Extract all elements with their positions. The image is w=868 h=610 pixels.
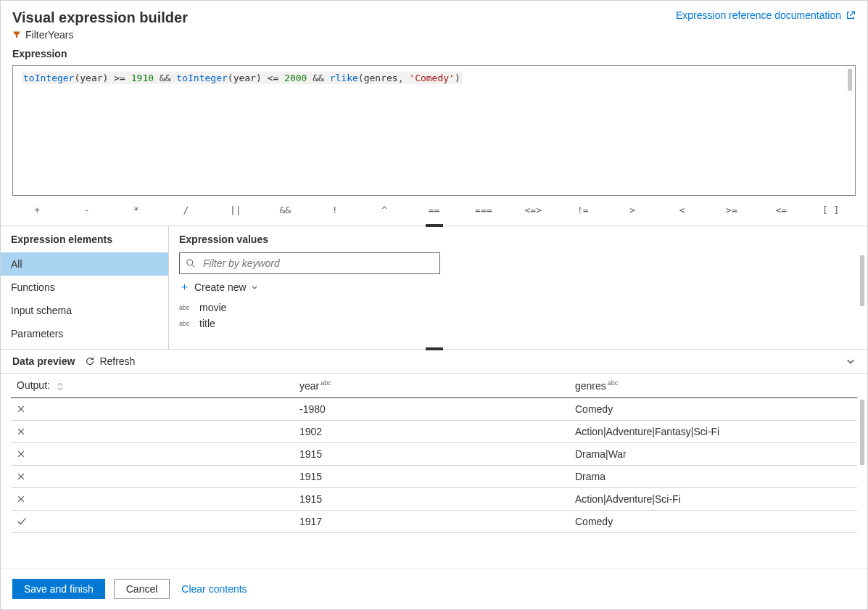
refresh-button[interactable]: Refresh bbox=[85, 355, 135, 367]
code-token: ) >= bbox=[103, 73, 131, 83]
cell-year: 1915 bbox=[294, 442, 569, 465]
value-item[interactable]: abcmovie bbox=[179, 300, 857, 316]
cell-genres: Drama|War bbox=[569, 442, 857, 465]
search-icon bbox=[186, 258, 196, 268]
output-header[interactable]: Output: bbox=[11, 374, 294, 397]
table-scrollbar[interactable] bbox=[860, 400, 864, 465]
value-item-label: title bbox=[199, 318, 215, 329]
code-token: year bbox=[233, 73, 256, 83]
close-icon bbox=[11, 442, 294, 465]
operator-button[interactable]: != bbox=[558, 202, 607, 218]
create-new-button[interactable]: ＋ Create new bbox=[179, 280, 258, 294]
check-icon bbox=[11, 510, 294, 532]
save-button[interactable]: Save and finish bbox=[12, 579, 105, 599]
operator-button[interactable]: * bbox=[112, 202, 161, 218]
operator-button[interactable]: == bbox=[409, 202, 458, 218]
col-year[interactable]: yearabc bbox=[294, 374, 569, 397]
cell-genres: Action|Adventure|Sci-Fi bbox=[569, 487, 857, 510]
code-token: ( bbox=[358, 73, 364, 83]
code-token: 2000 bbox=[284, 73, 307, 83]
table-row: 1915Drama|War bbox=[11, 442, 857, 465]
operator-button[interactable]: <=> bbox=[508, 202, 558, 218]
editor-scrollbar[interactable] bbox=[848, 69, 852, 91]
cell-year: 1915 bbox=[294, 487, 569, 510]
transformation-name: FilterYears bbox=[25, 29, 73, 41]
operator-button[interactable]: <= bbox=[756, 202, 806, 218]
col-genres[interactable]: genresabc bbox=[569, 374, 857, 397]
cell-genres: Drama bbox=[569, 465, 857, 487]
expression-label: Expression bbox=[1, 45, 867, 62]
filter-icon bbox=[12, 30, 21, 39]
expression-editor[interactable]: toInteger(year) >= 1910 && toInteger(yea… bbox=[12, 65, 856, 196]
cancel-button[interactable]: Cancel bbox=[114, 579, 170, 599]
close-icon bbox=[11, 465, 294, 487]
cell-year: 1915 bbox=[294, 465, 569, 487]
operator-button[interactable]: && bbox=[260, 202, 310, 218]
table-row: 1917Comedy bbox=[11, 510, 857, 532]
operator-button[interactable]: + bbox=[12, 202, 62, 218]
operator-button[interactable]: >= bbox=[707, 202, 756, 218]
chevron-down-icon bbox=[251, 284, 258, 291]
svg-point-0 bbox=[187, 260, 193, 265]
close-icon bbox=[11, 420, 294, 442]
values-search[interactable] bbox=[179, 252, 440, 274]
clear-contents-link[interactable]: Clear contents bbox=[181, 583, 247, 595]
sort-icon bbox=[56, 382, 65, 391]
svg-line-1 bbox=[192, 265, 195, 268]
code-token: toInteger bbox=[176, 73, 227, 83]
splitter-handle[interactable] bbox=[426, 347, 443, 350]
code-token: rlike bbox=[330, 73, 358, 83]
table-row: 1915Action|Adventure|Sci-Fi bbox=[11, 487, 857, 510]
code-token: toInteger bbox=[23, 73, 74, 83]
cell-genres: Comedy bbox=[569, 397, 857, 420]
plus-icon: ＋ bbox=[179, 280, 190, 294]
code-token: && bbox=[154, 73, 176, 83]
operator-button[interactable]: [ ] bbox=[806, 202, 856, 218]
elements-item[interactable]: All bbox=[1, 252, 168, 276]
code-token: 'Comedy' bbox=[409, 73, 455, 83]
elements-item[interactable]: Parameters bbox=[1, 322, 168, 345]
elements-item[interactable]: Input schema bbox=[1, 299, 168, 322]
page-title: Visual expression builder bbox=[12, 9, 188, 26]
preview-title: Data preview bbox=[12, 355, 75, 367]
value-item-label: movie bbox=[199, 302, 226, 313]
string-type-icon: abc bbox=[179, 320, 192, 327]
operator-button[interactable]: - bbox=[62, 202, 111, 218]
string-type-icon: abc bbox=[179, 304, 192, 311]
code-token: 1910 bbox=[131, 73, 154, 83]
doc-link[interactable]: Expression reference documentation bbox=[676, 9, 856, 21]
operator-button[interactable]: < bbox=[657, 202, 706, 218]
preview-table: Output: yearabc genresabc -1980Comedy190… bbox=[11, 374, 857, 533]
code-token: genres bbox=[364, 73, 398, 83]
close-icon bbox=[11, 487, 294, 510]
table-row: 1902Action|Adventure|Fantasy|Sci-Fi bbox=[11, 420, 857, 442]
operator-button[interactable]: || bbox=[211, 202, 260, 218]
cell-year: -1980 bbox=[294, 397, 569, 420]
values-title: Expression values bbox=[179, 234, 857, 247]
value-item[interactable]: abctitle bbox=[179, 316, 857, 331]
code-token: , bbox=[398, 73, 410, 83]
values-scrollbar[interactable] bbox=[860, 255, 864, 306]
values-search-input[interactable] bbox=[202, 257, 434, 270]
collapse-button[interactable] bbox=[846, 356, 856, 366]
table-row: 1915Drama bbox=[11, 465, 857, 487]
code-token: && bbox=[307, 73, 329, 83]
code-token: ) bbox=[455, 73, 460, 83]
refresh-icon bbox=[85, 356, 95, 366]
operator-button[interactable]: ^ bbox=[360, 202, 409, 218]
cell-year: 1917 bbox=[294, 510, 569, 532]
operator-button[interactable]: > bbox=[608, 202, 657, 218]
cell-year: 1902 bbox=[294, 420, 569, 442]
cell-genres: Comedy bbox=[569, 510, 857, 532]
operator-button[interactable]: / bbox=[161, 202, 210, 218]
operator-button[interactable]: === bbox=[459, 202, 508, 218]
elements-item[interactable]: Functions bbox=[1, 276, 168, 299]
code-token: year bbox=[80, 73, 102, 83]
external-link-icon bbox=[846, 10, 856, 20]
table-row: -1980Comedy bbox=[11, 397, 857, 420]
operator-bar: +-*/||&&!^=====<=>!=><>=<=[ ] bbox=[1, 196, 867, 226]
code-token: ) <= bbox=[256, 73, 284, 83]
operator-button[interactable]: ! bbox=[310, 202, 359, 218]
close-icon bbox=[11, 397, 294, 420]
code-token: ( bbox=[228, 73, 233, 83]
